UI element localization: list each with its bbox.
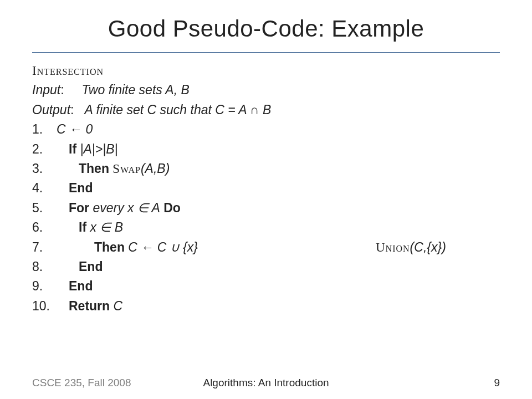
colon: : — [60, 83, 81, 97]
union-annotation: Union(C,{x}) — [376, 238, 446, 257]
input-label: Input — [32, 83, 60, 97]
keyword-if: If — [69, 142, 76, 156]
swap-call: Swap — [112, 162, 141, 176]
output-value: A finite set C such that C = A ∩ B — [85, 103, 272, 117]
keyword-then: Then — [79, 161, 109, 176]
output-line: Output: A finite set C such that C = A ∩… — [32, 100, 500, 120]
keyword-end: End — [69, 181, 93, 195]
step-2: If |A|>|B| — [32, 140, 500, 159]
step-text: C ← 0 — [57, 122, 93, 136]
assign: C ← C ∪ {x} — [128, 240, 198, 254]
title-divider — [32, 52, 500, 53]
union-call: Union — [376, 241, 410, 254]
if-cond: x ∈ B — [90, 220, 123, 234]
cond: |A|>|B| — [80, 142, 117, 156]
step-5: For every x ∈ A Do — [32, 198, 500, 218]
step-3: Then Swap(A,B) — [32, 159, 500, 178]
keyword-then: Then — [94, 240, 125, 254]
swap-args: (A,B) — [141, 161, 170, 176]
step-6: If x ∈ B — [32, 218, 500, 237]
for-body: every x ∈ A — [93, 201, 160, 215]
step-9: End — [32, 277, 500, 296]
output-label: Output — [32, 103, 70, 117]
algorithm-name: Intersection — [32, 61, 500, 80]
union-args: (C,{x}) — [410, 240, 446, 254]
keyword-if: If — [79, 220, 86, 234]
step-10: Return C — [32, 296, 500, 316]
colon: : — [70, 103, 85, 117]
slide: Good Pseudo-Code: Example Intersection I… — [0, 0, 532, 399]
footer-page: 9 — [494, 377, 500, 389]
step-8: End — [32, 257, 500, 277]
keyword-do: Do — [163, 201, 181, 215]
step-7: Then C ← C ∪ {x} Union(C,{x}) — [32, 238, 500, 257]
input-line: Input: Two finite sets A, B — [32, 80, 500, 100]
content-body: Intersection Input: Two finite sets A, B… — [32, 61, 500, 316]
step-4: End — [32, 178, 500, 198]
keyword-for: For — [69, 201, 89, 215]
step-1: C ← 0 — [32, 120, 500, 139]
return-val: C — [114, 299, 123, 313]
page-title: Good Pseudo-Code: Example — [32, 16, 500, 42]
footer-left: CSCE 235, Fall 2008 — [32, 377, 131, 389]
footer-center: Algorithms: An Introduction — [203, 377, 329, 389]
keyword-return: Return — [69, 299, 110, 313]
pseudocode-list: C ← 0 If |A|>|B| Then Swap(A,B) End For … — [32, 120, 500, 316]
input-value: Two finite sets A, B — [82, 83, 190, 97]
footer: CSCE 235, Fall 2008 Algorithms: An Intro… — [32, 377, 500, 389]
keyword-end: End — [69, 279, 93, 293]
keyword-end: End — [79, 259, 103, 274]
